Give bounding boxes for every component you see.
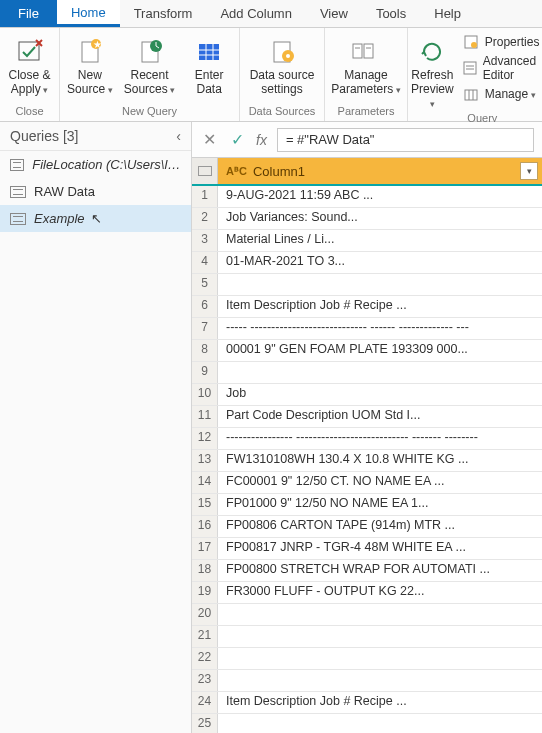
cell[interactable]: 01-MAR-2021 TO 3... xyxy=(218,252,542,273)
data-grid[interactable]: AᴮC Column1 ▾ 19-AUG-2021 11:59 ABC ...2… xyxy=(192,158,542,733)
select-all-corner[interactable] xyxy=(192,158,218,184)
row-number[interactable]: 9 xyxy=(192,362,218,383)
cancel-formula-button[interactable]: ✕ xyxy=(200,130,218,149)
row-number[interactable]: 7 xyxy=(192,318,218,339)
row-number[interactable]: 6 xyxy=(192,296,218,317)
row-number[interactable]: 23 xyxy=(192,670,218,691)
row-number[interactable]: 11 xyxy=(192,406,218,427)
row-number[interactable]: 24 xyxy=(192,692,218,713)
table-row[interactable]: 800001 9" GEN FOAM PLATE 193309 000... xyxy=(192,340,542,362)
row-number[interactable]: 19 xyxy=(192,582,218,603)
cell[interactable] xyxy=(218,604,542,625)
row-number[interactable]: 22 xyxy=(192,648,218,669)
cell[interactable] xyxy=(218,362,542,383)
table-row[interactable]: 14 FC00001 9" 12/50 CT. NO NAME EA ... xyxy=(192,472,542,494)
table-row[interactable]: 15 FP01000 9" 12/50 NO NAME EA 1... xyxy=(192,494,542,516)
table-row[interactable]: 16 FP00806 CARTON TAPE (914m) MTR ... xyxy=(192,516,542,538)
row-number[interactable]: 21 xyxy=(192,626,218,647)
table-row[interactable]: 25 xyxy=(192,714,542,733)
row-number[interactable]: 12 xyxy=(192,428,218,449)
table-row[interactable]: 13 FW1310108WH 130.4 X 10.8 WHITE KG ... xyxy=(192,450,542,472)
tab-file[interactable]: File xyxy=(0,0,57,27)
table-row[interactable]: 24Item Description Job # Recipe ... xyxy=(192,692,542,714)
table-row[interactable]: 22 xyxy=(192,648,542,670)
tab-view[interactable]: View xyxy=(306,0,362,27)
row-number[interactable]: 18 xyxy=(192,560,218,581)
table-row[interactable]: 12 ---------------- --------------------… xyxy=(192,428,542,450)
cell[interactable]: FP00800 STRETCH WRAP FOR AUTOMATI ... xyxy=(218,560,542,581)
manage-button[interactable]: Manage xyxy=(463,86,542,102)
cell[interactable]: FC00001 9" 12/50 CT. NO NAME EA ... xyxy=(218,472,542,493)
data-source-settings-button[interactable]: Data source settings xyxy=(240,32,324,97)
cell[interactable]: FP00806 CARTON TAPE (914m) MTR ... xyxy=(218,516,542,537)
cell[interactable]: FP01000 9" 12/50 NO NAME EA 1... xyxy=(218,494,542,515)
cell[interactable]: FP00817 JNRP - TGR-4 48M WHITE EA ... xyxy=(218,538,542,559)
row-number[interactable]: 17 xyxy=(192,538,218,559)
new-source-button[interactable]: ★ New Source xyxy=(60,32,120,97)
table-row[interactable]: 9 xyxy=(192,362,542,384)
row-number[interactable]: 14 xyxy=(192,472,218,493)
enter-data-button[interactable]: Enter Data xyxy=(179,32,239,97)
column-header-column1[interactable]: AᴮC Column1 ▾ xyxy=(218,158,542,184)
manage-parameters-button[interactable]: Manage Parameters xyxy=(325,32,407,97)
table-row[interactable]: 6Item Description Job # Recipe ... xyxy=(192,296,542,318)
row-number[interactable]: 3 xyxy=(192,230,218,251)
cell[interactable]: 9-AUG-2021 11:59 ABC ... xyxy=(218,186,542,207)
row-number[interactable]: 13 xyxy=(192,450,218,471)
table-row[interactable]: 11 Part Code Description UOM Std I... xyxy=(192,406,542,428)
query-item-filelocation[interactable]: FileLocation (C:\Users\lisde... xyxy=(0,151,191,178)
formula-input[interactable]: = #"RAW Data" xyxy=(277,128,534,152)
table-row[interactable]: 2 Job Variances: Sound... xyxy=(192,208,542,230)
row-number[interactable]: 16 xyxy=(192,516,218,537)
tab-tools[interactable]: Tools xyxy=(362,0,420,27)
cell[interactable]: Part Code Description UOM Std I... xyxy=(218,406,542,427)
query-item-raw-data[interactable]: RAW Data xyxy=(0,178,191,205)
column-filter-dropdown[interactable]: ▾ xyxy=(520,162,538,180)
tab-transform[interactable]: Transform xyxy=(120,0,207,27)
table-row[interactable]: 18 FP00800 STRETCH WRAP FOR AUTOMATI ... xyxy=(192,560,542,582)
table-row[interactable]: 7----- ---------------------------- ----… xyxy=(192,318,542,340)
tab-help[interactable]: Help xyxy=(420,0,475,27)
cell[interactable]: Job xyxy=(218,384,542,405)
fx-icon[interactable]: fx xyxy=(256,132,267,148)
query-item-example[interactable]: Example ↖ xyxy=(0,205,191,232)
row-number[interactable]: 2 xyxy=(192,208,218,229)
cell[interactable] xyxy=(218,274,542,295)
row-number[interactable]: 20 xyxy=(192,604,218,625)
cell[interactable]: FR3000 FLUFF - OUTPUT KG 22... xyxy=(218,582,542,603)
table-row[interactable]: 19-AUG-2021 11:59 ABC ... xyxy=(192,186,542,208)
close-apply-button[interactable]: Close & Apply xyxy=(0,32,59,97)
row-number[interactable]: 5 xyxy=(192,274,218,295)
cell[interactable] xyxy=(218,626,542,647)
table-row[interactable]: 5 xyxy=(192,274,542,296)
table-row[interactable]: 19 FR3000 FLUFF - OUTPUT KG 22... xyxy=(192,582,542,604)
table-row[interactable]: 23 xyxy=(192,670,542,692)
row-number[interactable]: 15 xyxy=(192,494,218,515)
cell[interactable]: ----- ---------------------------- -----… xyxy=(218,318,542,339)
table-row[interactable]: 10 Job xyxy=(192,384,542,406)
row-number[interactable]: 1 xyxy=(192,186,218,207)
properties-button[interactable]: Properties xyxy=(463,34,542,50)
table-row[interactable]: 21 xyxy=(192,626,542,648)
cell[interactable]: Item Description Job # Recipe ... xyxy=(218,296,542,317)
cell[interactable]: Item Description Job # Recipe ... xyxy=(218,692,542,713)
row-number[interactable]: 4 xyxy=(192,252,218,273)
table-row[interactable]: 3 Material Lines / Li... xyxy=(192,230,542,252)
cell[interactable]: ---------------- -----------------------… xyxy=(218,428,542,449)
cell[interactable]: Job Variances: Sound... xyxy=(218,208,542,229)
recent-sources-button[interactable]: Recent Sources xyxy=(120,32,180,97)
cell[interactable] xyxy=(218,714,542,733)
table-row[interactable]: 4 01-MAR-2021 TO 3... xyxy=(192,252,542,274)
cell[interactable] xyxy=(218,648,542,669)
cell[interactable]: Material Lines / Li... xyxy=(218,230,542,251)
table-row[interactable]: 17 FP00817 JNRP - TGR-4 48M WHITE EA ... xyxy=(192,538,542,560)
row-number[interactable]: 8 xyxy=(192,340,218,361)
tab-home[interactable]: Home xyxy=(57,0,120,27)
row-number[interactable]: 10 xyxy=(192,384,218,405)
table-row[interactable]: 20 xyxy=(192,604,542,626)
row-number[interactable]: 25 xyxy=(192,714,218,733)
cell[interactable] xyxy=(218,670,542,691)
tab-add-column[interactable]: Add Column xyxy=(206,0,306,27)
advanced-editor-button[interactable]: Advanced Editor xyxy=(463,54,542,82)
refresh-preview-button[interactable]: Refresh Preview xyxy=(408,32,457,110)
